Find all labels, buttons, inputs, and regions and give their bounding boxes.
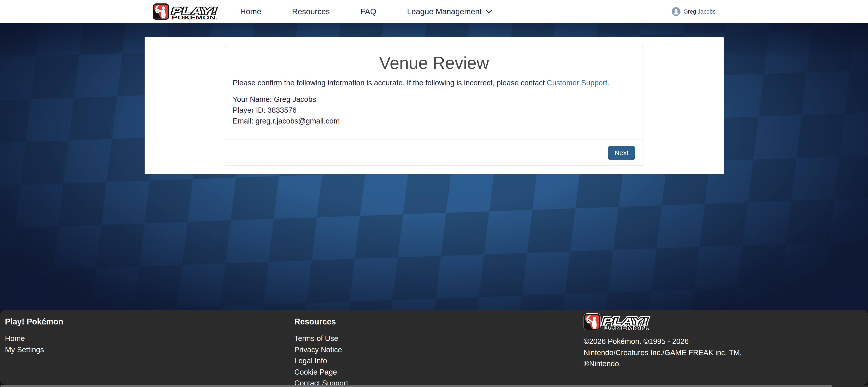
field-your-name-label: Your Name: xyxy=(233,95,272,103)
customer-support-link[interactable]: Customer Support xyxy=(547,78,607,87)
nav-home-label: Home xyxy=(240,7,261,16)
user-menu[interactable]: Greg Jacobs xyxy=(672,7,715,16)
copyright-text: ©2026 Pokémon. ©1995 - 2026 Nintendo/Cre… xyxy=(584,336,868,369)
footer-link-privacy-notice[interactable]: Privacy Notice xyxy=(294,344,579,355)
content-card: Venue Review Please confirm the followin… xyxy=(145,37,724,174)
field-your-name-value: Greg Jacobs xyxy=(274,95,316,103)
scrollbar-thumb[interactable] xyxy=(0,385,832,387)
footer-link-legal-info[interactable]: Legal Info xyxy=(294,355,579,366)
panel-footer: Next xyxy=(225,139,643,165)
main-area: Venue Review Please confirm the followin… xyxy=(0,23,868,310)
next-button[interactable]: Next xyxy=(608,146,635,160)
copyright-line-2: Nintendo/Creatures Inc./GAME FREAK inc. … xyxy=(584,347,868,358)
play-pokemon-logo-icon: PLAY! PLAY! POKÉMON. xyxy=(584,313,651,330)
field-player-id-label: Player ID: xyxy=(233,106,266,114)
field-email-value: greg.r.jacobs@gmail.com xyxy=(255,117,340,125)
footer-link-terms-of-use[interactable]: Terms of Use xyxy=(294,333,579,344)
copyright-line-3: ®Nintendo. xyxy=(584,358,868,369)
user-name: Greg Jacobs xyxy=(683,8,715,15)
field-player-id: Player ID: 3833576 xyxy=(233,105,636,116)
field-your-name: Your Name: Greg Jacobs xyxy=(233,94,636,105)
panel-body: Venue Review Please confirm the followin… xyxy=(225,46,643,139)
main-nav: Home Resources FAQ League Management xyxy=(240,7,492,16)
svg-text:POKÉMON.: POKÉMON. xyxy=(172,14,218,20)
copyright-line-1: ©2026 Pokémon. ©1995 - 2026 xyxy=(584,336,868,347)
footer-heading-resources: Resources xyxy=(294,317,579,326)
footer-column-legal: PLAY! PLAY! POKÉMON. ©2026 Pokémon. ©199… xyxy=(579,310,868,385)
field-player-id-value: 3833576 xyxy=(268,106,297,114)
page-title: Venue Review xyxy=(233,53,636,73)
avatar-person-icon xyxy=(672,7,680,16)
nav-resources-label: Resources xyxy=(292,7,330,16)
intro-after: . xyxy=(607,78,609,87)
intro-before: Please confirm the following information… xyxy=(233,78,545,87)
venue-review-panel: Venue Review Please confirm the followin… xyxy=(225,46,644,166)
play-pokemon-logo-icon: PLAY! POKÉMON. xyxy=(153,3,220,20)
intro-text: Please confirm the following information… xyxy=(233,78,636,88)
player-info: Your Name: Greg Jacobs Player ID: 383357… xyxy=(233,94,636,126)
field-email: Email: greg.r.jacobs@gmail.com xyxy=(233,116,636,126)
svg-text:POKÉMON.: POKÉMON. xyxy=(603,325,649,330)
nav-league-management-label: League Management xyxy=(407,7,482,16)
chevron-down-icon xyxy=(486,9,492,13)
nav-resources[interactable]: Resources xyxy=(292,7,330,16)
nav-league-management[interactable]: League Management xyxy=(407,7,492,16)
page: PLAY! POKÉMON. Home Resources FAQ League… xyxy=(0,0,868,387)
play-pokemon-logo[interactable]: PLAY! POKÉMON. xyxy=(153,3,220,20)
footer-column-resources: Resources Terms of Use Privacy Notice Le… xyxy=(289,310,579,385)
nav-container: PLAY! POKÉMON. Home Resources FAQ League… xyxy=(153,0,715,23)
field-email-label: Email: xyxy=(233,117,253,125)
top-navbar: PLAY! POKÉMON. Home Resources FAQ League… xyxy=(0,0,868,23)
footer-column-play-pokemon: Play! Pokémon Home My Settings xyxy=(0,310,289,385)
footer-link-contact-support[interactable]: Contact Support xyxy=(294,378,579,385)
horizontal-scrollbar[interactable] xyxy=(0,385,868,387)
nav-faq-label: FAQ xyxy=(361,7,376,16)
footer-heading-play-pokemon: Play! Pokémon xyxy=(5,317,289,326)
nav-home[interactable]: Home xyxy=(240,7,261,16)
footer-link-cookie-page[interactable]: Cookie Page xyxy=(294,366,579,378)
page-footer-wrap: Play! Pokémon Home My Settings Resources… xyxy=(0,310,868,387)
footer-link-my-settings[interactable]: My Settings xyxy=(5,344,289,355)
page-footer: Play! Pokémon Home My Settings Resources… xyxy=(0,310,868,385)
nav-faq[interactable]: FAQ xyxy=(361,7,376,16)
footer-play-pokemon-logo: PLAY! PLAY! POKÉMON. xyxy=(584,313,868,330)
footer-link-home[interactable]: Home xyxy=(5,333,289,344)
